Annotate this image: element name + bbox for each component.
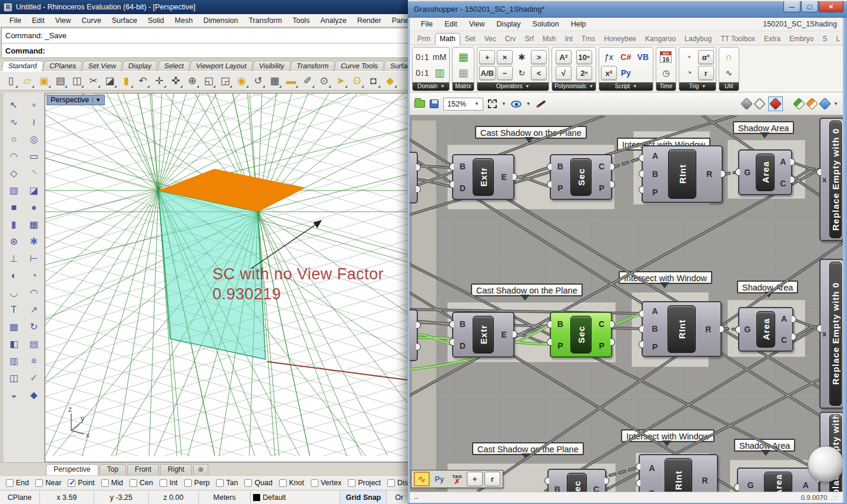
extrude-component[interactable]: BD Extr E	[452, 154, 514, 200]
resize-grip[interactable]: .::	[831, 494, 838, 501]
color-icon[interactable]: ◐	[4, 267, 24, 284]
point-icon[interactable]: ∘	[24, 96, 44, 114]
calendar-icon[interactable]: 16	[660, 51, 672, 63]
rotate-icon[interactable]: ↻	[24, 318, 44, 335]
text-icon[interactable]: T	[4, 301, 24, 318]
menu-item[interactable]: Tools	[288, 15, 314, 26]
component-name-capsule[interactable]: Extr	[473, 316, 494, 353]
evaluate-icon[interactable]: x²	[601, 66, 617, 80]
zoom-in-icon[interactable]: ⊕	[185, 74, 200, 88]
component-tab[interactable]: Ladybug	[680, 34, 716, 45]
component-tab[interactable]: Set	[461, 34, 480, 45]
osnap-toggle[interactable]: Project	[348, 479, 381, 487]
menu-item[interactable]: Solution	[527, 19, 564, 29]
similarity-icon[interactable]: ✱	[514, 50, 530, 64]
component-name-capsule[interactable]: Extr	[473, 158, 494, 196]
vb-script-icon[interactable]: VB	[635, 50, 651, 64]
zoom-extents-icon[interactable]: ◲	[218, 74, 232, 88]
viewport-tab[interactable]: Right	[160, 464, 192, 475]
output-port[interactable]: E	[501, 172, 507, 182]
input-nub[interactable]	[639, 186, 643, 193]
osnap-toggle[interactable]: Point	[68, 479, 95, 487]
input-port[interactable]: G	[744, 168, 750, 177]
chevron-down-icon[interactable]: ▼	[440, 84, 444, 88]
menu-item[interactable]: Curve	[77, 15, 106, 26]
cplane-cell[interactable]: CPlane	[0, 490, 40, 504]
input-port[interactable]: D	[460, 341, 466, 351]
cut-icon[interactable]: ✂	[86, 74, 101, 88]
menu-item[interactable]: Surface	[107, 15, 142, 26]
pan-icon[interactable]: ✛	[152, 74, 167, 88]
undo-icon[interactable]: ↶	[135, 74, 150, 88]
input-port[interactable]: B	[554, 485, 560, 492]
mesh-icon[interactable]: ▦	[24, 216, 44, 233]
shaded-preview-selected[interactable]	[768, 96, 783, 111]
toolbar-tab[interactable]: Display	[122, 61, 158, 71]
chevron-down-icon[interactable]: ▼	[474, 101, 479, 106]
component-name-capsule[interactable]: Replace Empty with 0	[829, 121, 842, 238]
viewport-tab[interactable]: Top	[99, 464, 126, 475]
input-nub[interactable]	[636, 463, 640, 470]
component-tab[interactable]: Crv	[501, 34, 520, 45]
trim-icon[interactable]: ⊥	[4, 250, 24, 267]
wireframe-preview-icon[interactable]	[753, 98, 766, 110]
check-icon[interactable]: ✓	[24, 369, 44, 386]
group-label[interactable]: Script▼	[599, 82, 653, 91]
osnap-toggle[interactable]: Knot	[279, 479, 304, 487]
save-icon[interactable]: ▣	[36, 74, 51, 88]
solid-tools-icon[interactable]: ◧	[4, 335, 24, 352]
layers-icon[interactable]: ◫	[4, 369, 24, 386]
group-label[interactable]: Util▼	[719, 82, 739, 91]
component-name-capsule[interactable]: Area	[764, 472, 793, 492]
input-port[interactable]: A	[652, 151, 658, 161]
open-file-icon[interactable]: ▱	[20, 74, 35, 88]
menu-item[interactable]: Analyze	[315, 15, 351, 26]
area-component[interactable]: G Area AC	[738, 149, 792, 195]
split-icon[interactable]: ⊢	[24, 250, 44, 267]
chevron-down-icon[interactable]: ▼	[633, 84, 637, 88]
lightbulb-icon[interactable]: ʘ	[350, 74, 364, 88]
input-nub[interactable]	[547, 163, 552, 171]
input-port[interactable]: x	[822, 175, 826, 184]
input-nub[interactable]	[639, 341, 643, 348]
component-tab[interactable]: Kangaroo	[641, 34, 680, 45]
input-port[interactable]: G	[748, 480, 754, 490]
viewport-tab[interactable]: Perspective	[46, 464, 98, 475]
grid-snap-toggle[interactable]: Grid Snap	[340, 490, 387, 504]
angle-icon[interactable]: α°	[698, 50, 714, 64]
output-port[interactable]: C	[593, 485, 599, 492]
group-label[interactable]: Polynomials▼	[552, 82, 596, 91]
units-cell[interactable]: Meters	[199, 490, 251, 504]
document-preview-icon[interactable]	[806, 98, 818, 110]
perspective-viewport[interactable]: z y x Perspective ▼ SC with no View Fact…	[45, 93, 412, 462]
checkbox[interactable]	[216, 479, 224, 487]
box-icon[interactable]: ■	[4, 199, 24, 216]
toolbar-tab[interactable]: Set View	[82, 61, 123, 71]
document-name-label[interactable]: 150201_SC_1Shading	[763, 20, 837, 28]
only-draw-selected-icon[interactable]	[793, 98, 805, 110]
selection-filter-icon[interactable]: ➤	[333, 74, 348, 88]
input-nub[interactable]	[639, 154, 643, 162]
zoom-window-icon[interactable]: ◱	[201, 74, 216, 88]
square-root-icon[interactable]: √	[556, 66, 572, 80]
checkbox[interactable]	[244, 479, 252, 487]
python-script-icon[interactable]: Py	[618, 66, 634, 80]
menu-item[interactable]: Edit	[27, 15, 49, 26]
replace-empty-component[interactable]: x Replace Empty with 0	[819, 118, 843, 241]
power-of-10-icon[interactable]: 10ⁿ	[576, 50, 592, 64]
input-nub[interactable]	[547, 181, 552, 188]
output-port[interactable]: C	[599, 162, 604, 171]
input-nub[interactable]	[639, 310, 643, 318]
shaded-view-icon[interactable]: ◒	[4, 386, 24, 403]
fillet-icon[interactable]: ◡	[4, 284, 24, 301]
chevron-down-icon[interactable]: ▼	[833, 101, 838, 106]
input-nub[interactable]	[547, 321, 552, 328]
move-object-icon[interactable]: ↗	[24, 301, 44, 318]
component-name-capsule[interactable]: Sec	[567, 473, 587, 492]
python-icon[interactable]: Py	[431, 472, 447, 486]
division-icon[interactable]: A/B	[479, 66, 496, 80]
input-port[interactable]: B	[652, 324, 658, 333]
polyline-icon[interactable]: ∿	[4, 114, 24, 131]
output-port[interactable]: A	[803, 480, 809, 490]
output-port[interactable]: P	[599, 341, 604, 351]
